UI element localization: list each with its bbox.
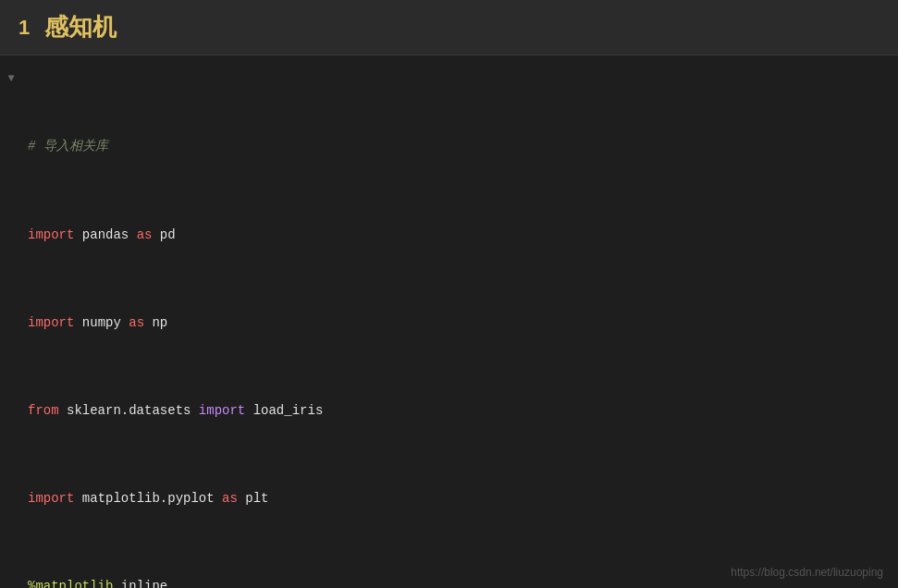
cell-header: 1 感知机 [0,0,898,55]
watermark: https://blog.csdn.net/liuzuoping [731,566,883,579]
line-comment1: # 导入相关库 [28,136,880,158]
cell-title: 感知机 [44,11,117,43]
cell-number: 1 [18,16,30,40]
code-area: ▼ # 导入相关库 import pandas as pd import num… [0,55,898,588]
collapse-icon[interactable]: ▼ [7,72,14,85]
line-import3: from sklearn.datasets import load_iris [28,400,880,423]
line-import1: import pandas as pd [28,225,880,247]
line-import2: import numpy as np [28,312,880,335]
code-block: # 导入相关库 import pandas as pd import numpy… [28,70,880,588]
left-bar: ▼ [9,70,13,588]
line-import4: import matplotlib.pyplot as plt [28,488,880,510]
notebook-cell: 1 感知机 ▼ # 导入相关库 import pandas as pd impo… [0,0,898,588]
